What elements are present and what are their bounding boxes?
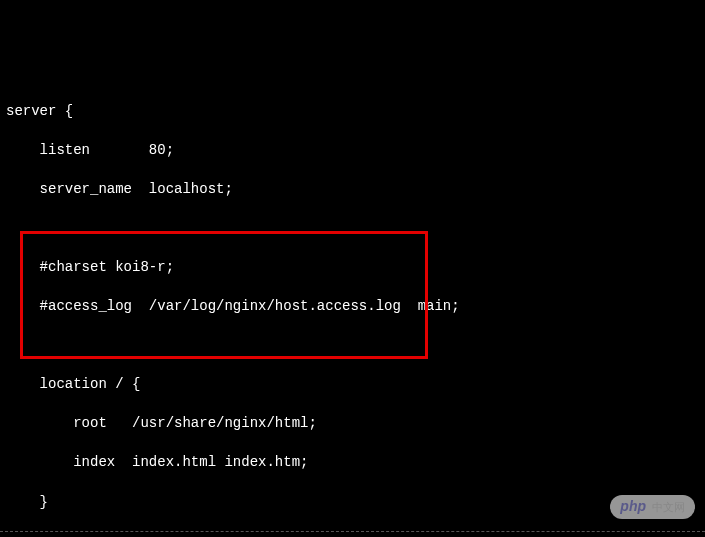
code-line (6, 337, 699, 356)
watermark-suffix: 中文网 (652, 500, 685, 515)
code-line: } (6, 493, 699, 513)
code-line: listen 80; (6, 141, 699, 161)
watermark-badge: php 中文网 (610, 495, 695, 519)
code-line: location / { (6, 375, 699, 395)
code-line: root /usr/share/nginx/html; (6, 414, 699, 434)
code-line: #charset koi8-r; (6, 258, 699, 278)
code-line: #access_log /var/log/nginx/host.access.l… (6, 297, 699, 317)
bottom-dashed-border (0, 531, 705, 537)
watermark-brand: php (620, 497, 646, 517)
code-line: index index.html index.htm; (6, 453, 699, 473)
code-line: server_name localhost; (6, 180, 699, 200)
code-line (6, 220, 699, 239)
watermark: php 中文网 (610, 495, 695, 519)
code-line: server { (6, 102, 699, 122)
nginx-config-code: server { listen 80; server_name localhos… (0, 78, 705, 537)
